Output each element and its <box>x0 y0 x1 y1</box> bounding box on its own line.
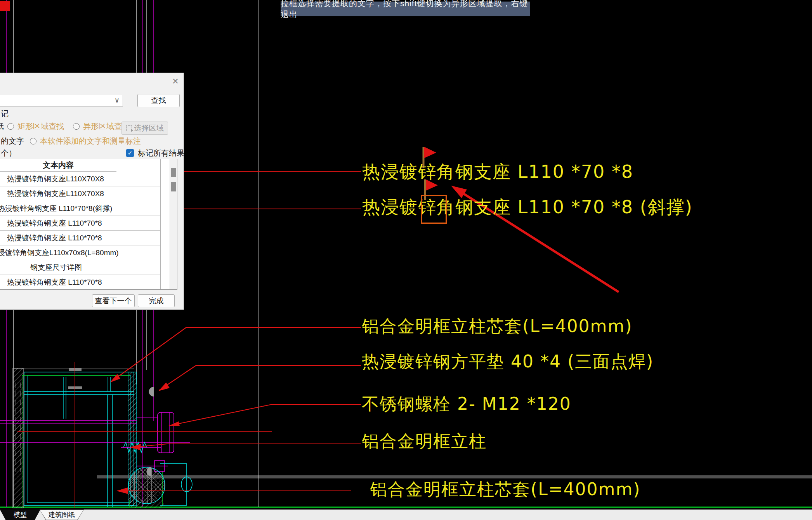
result-row[interactable]: 热浸镀锌角钢支座 L110*70*8(斜撑) <box>0 201 160 216</box>
annotation-mullion: 铝合金明框立柱 <box>362 430 487 453</box>
result-row[interactable]: 浸镀锌角钢支座L110x70x8(L=80mm) <box>0 245 160 260</box>
find-button[interactable]: 查找 <box>137 94 180 107</box>
tab-architectural-drawing[interactable]: 建筑图纸 <box>40 510 84 520</box>
close-icon[interactable]: × <box>170 75 181 87</box>
clipped-text-4: 个） <box>1 148 16 158</box>
results-list: 文本内容 热浸镀锌角钢支座L110X70X8 热浸镀锌角钢支座L110X70X8… <box>0 159 161 289</box>
column-header-text-content: 文本内容 <box>0 159 116 172</box>
radio-software-text-label[interactable]: 本软件添加的文字和测量标注 <box>40 136 141 146</box>
annotation-angle-bracket-brace: 热浸镀锌角钢支座 L110 *70 *8 (斜撑) <box>362 195 693 219</box>
status-bar: 模型 建筑图纸 <box>0 510 812 520</box>
view-next-button[interactable]: 查看下一个 <box>92 294 135 307</box>
scrollbar-thumb[interactable] <box>171 168 176 177</box>
result-row[interactable]: 热浸镀锌角钢支座 L110*70*8 <box>0 231 160 245</box>
radio-poly-region[interactable] <box>73 123 80 130</box>
select-region-button[interactable]: 选择区域 <box>121 122 168 135</box>
search-highlight-box <box>421 195 447 224</box>
annotation-core-sleeve-top: 铝合金明框立柱芯套(L=400mm) <box>362 315 632 338</box>
mark-all-label: 标记所有结果 <box>138 148 184 158</box>
clipped-text-2: 纸 <box>0 121 4 132</box>
hint-tooltip: 拉框选择需要提取的文字，按下shift键切换为异形区域提取，右键退出 <box>281 2 530 16</box>
scrollbar-thumb[interactable] <box>171 182 176 191</box>
annotation-stainless-bolt: 不锈钢螺栓 2- M12 *120 <box>362 393 571 416</box>
red-marker-icon <box>0 1 10 11</box>
result-row[interactable]: 热浸镀锌角钢支座 L110*70*8 <box>0 275 160 289</box>
results-scrollbar[interactable] <box>170 159 177 289</box>
mark-all-checkbox[interactable]: ✓ <box>126 149 134 157</box>
find-text-dialog: × ∨ 查找 记 纸 矩形区域查找 异形区域查找 选择区域 的文字 本软件添加的… <box>0 73 184 310</box>
select-region-icon <box>126 125 132 131</box>
search-term-combobox[interactable]: ∨ <box>0 95 123 106</box>
result-row[interactable]: 热浸镀锌角钢支座L110X70X8 <box>0 172 160 186</box>
chevron-down-icon[interactable]: ∨ <box>115 96 120 104</box>
done-button[interactable]: 完成 <box>138 294 175 307</box>
clipped-text-1: 记 <box>1 109 9 119</box>
results-table: 文本内容 热浸镀锌角钢支座L110X70X8 热浸镀锌角钢支座L110X70X8… <box>0 159 177 290</box>
cad-app-window: 热浸镀锌角钢支座 L110 *70 *8 热浸镀锌角钢支座 L110 *70 *… <box>0 0 812 520</box>
tab-model[interactable]: 模型 <box>0 510 40 520</box>
result-row[interactable]: 钢支座尺寸详图 <box>0 260 160 275</box>
annotation-angle-bracket: 热浸镀锌角钢支座 L110 *70 *8 <box>362 160 633 184</box>
annotation-square-washer: 热浸镀锌钢方平垫 40 *4 (三面点焊) <box>362 350 654 373</box>
annotation-core-sleeve-bottom: 铝合金明框立柱芯套(L=400mm) <box>370 478 640 501</box>
clipped-text-3: 的文字 <box>1 136 24 146</box>
radio-software-text[interactable] <box>30 138 36 144</box>
radio-rect-region-label[interactable]: 矩形区域查找 <box>17 121 64 132</box>
result-row[interactable]: 热浸镀锌角钢支座L110X70X8 <box>0 186 160 201</box>
result-row[interactable]: 热浸镀锌角钢支座 L110*70*8 <box>0 216 160 231</box>
radio-rect-region[interactable] <box>7 123 14 130</box>
